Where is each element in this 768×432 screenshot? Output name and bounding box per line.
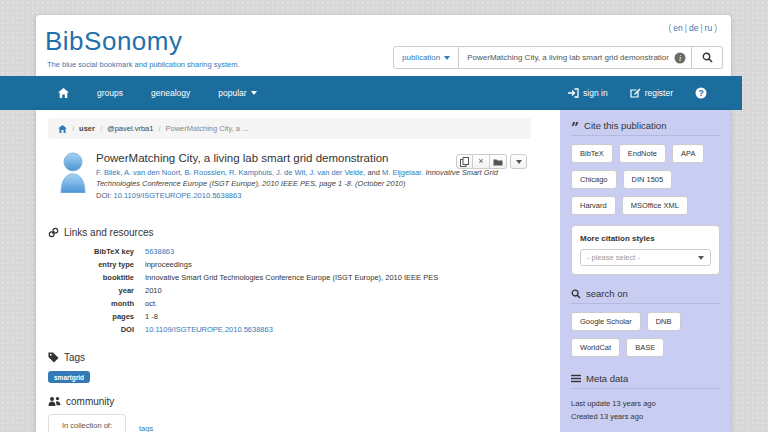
breadcrumb: / user / @pavel.vrba1 / PowerMatching Ci… <box>48 118 531 139</box>
nav-popular[interactable]: popular <box>204 76 270 110</box>
copy-button[interactable] <box>456 154 473 169</box>
search-on-title: search on <box>586 288 628 299</box>
bibtex-key-link[interactable]: 5638863 <box>145 245 174 258</box>
logo[interactable]: BibSonomy <box>45 26 182 57</box>
folder-button[interactable] <box>490 154 507 169</box>
x-icon: × <box>478 157 483 166</box>
tab-tags[interactable]: tags <box>126 418 166 432</box>
nav-help[interactable]: ? <box>684 76 718 110</box>
copy-icon <box>460 157 469 167</box>
bibsonomy-page: BibSonomy The blue social bookmark and p… <box>0 0 768 432</box>
chevron-down-icon <box>516 160 522 164</box>
language-switcher: (en|de|ru) <box>668 23 717 33</box>
table-row: entry type inproceedings <box>48 258 560 271</box>
lang-paren-close: ) <box>714 23 717 33</box>
tags-title: Tags <box>64 352 85 363</box>
author-links[interactable]: F. Bliek, A. van den Noort, B. Roossien,… <box>96 168 365 177</box>
cite-harvard-button[interactable]: Harvard <box>571 196 616 215</box>
cite-chicago-button[interactable]: Chicago <box>571 170 617 189</box>
delete-button[interactable]: × <box>473 154 490 169</box>
last-update-text: Last update 13 years ago <box>571 397 720 410</box>
breadcrumb-separator: / <box>100 124 102 133</box>
tags-heading: Tags <box>48 352 560 363</box>
tag-icon <box>48 352 59 363</box>
cite-endnote-button[interactable]: EndNote <box>619 144 666 163</box>
publication-authors: F. Bliek, A. van den Noort, B. Roossien,… <box>96 168 541 189</box>
nav-groups[interactable]: groups <box>83 76 137 110</box>
lang-en[interactable]: en <box>673 23 682 33</box>
more-citation-styles-box: More citation styles - please select - <box>571 225 720 275</box>
citation-buttons: BibTeX EndNote APA Chicago DIN 1505 Harv… <box>571 144 720 215</box>
community-title: community <box>66 396 114 407</box>
breadcrumb-separator: / <box>158 124 160 133</box>
row-label: booktitle <box>48 271 145 284</box>
row-label: entry type <box>48 258 145 271</box>
tab-in-collection-of[interactable]: In collection of: <box>48 414 126 432</box>
row-label: DOI <box>48 323 145 336</box>
cite-din1505-button[interactable]: DIN 1505 <box>623 170 673 189</box>
users-icon <box>48 396 61 406</box>
table-row: year 2010 <box>48 284 560 297</box>
row-value: 2010 <box>145 284 162 297</box>
cite-apa-button[interactable]: APA <box>672 144 704 163</box>
publication-actions: × <box>456 154 527 169</box>
tag-smartgrid[interactable]: smartgrid <box>48 371 90 383</box>
meta-data-section: Meta data Last update 13 years ago Creat… <box>571 373 720 423</box>
search-input[interactable] <box>459 47 691 68</box>
search-on-buttons: Google Scholar DNB WorldCat BASE <box>571 312 720 357</box>
chevron-down-icon <box>251 91 257 95</box>
lang-ru[interactable]: ru <box>705 23 713 33</box>
nav-home[interactable] <box>44 76 83 110</box>
cite-section: ” Cite this publication BibTeX EndNote A… <box>571 120 720 275</box>
more-actions-button[interactable] <box>510 154 527 169</box>
lang-de[interactable]: de <box>689 23 698 33</box>
chevron-down-icon <box>444 56 450 60</box>
meta-data-title: Meta data <box>586 373 628 384</box>
dnb-button[interactable]: DNB <box>647 312 681 331</box>
content: / user / @pavel.vrba1 / PowerMatching Ci… <box>36 110 731 432</box>
doi-table-link[interactable]: 10.1109/ISGTEUROPE.2010.5638863 <box>145 323 273 336</box>
search-bar: publication i <box>393 46 723 69</box>
community-tabs: In collection of: tags <box>48 414 560 432</box>
created-text: Created 13 years ago <box>571 410 720 423</box>
author-link-last[interactable]: M. Eijgelaar. <box>382 168 423 177</box>
search-scope-dropdown[interactable]: publication <box>393 46 459 69</box>
svg-text:?: ? <box>698 88 703 98</box>
avatar <box>57 152 89 193</box>
citation-style-select[interactable]: - please select - <box>580 249 711 266</box>
search-submit-button[interactable] <box>692 46 723 69</box>
home-icon <box>58 125 67 133</box>
main-navbar: groups genealogy popular sign in registe… <box>0 76 742 110</box>
register-label: register <box>645 88 673 98</box>
doi-link[interactable]: 10.1109/ISGTEUROPE.2010.5638863 <box>114 191 242 200</box>
and-word: and <box>367 168 380 177</box>
nav-genealogy[interactable]: genealogy <box>137 76 204 110</box>
divider <box>571 135 720 136</box>
base-button[interactable]: BASE <box>626 338 664 357</box>
cite-bibtex-button[interactable]: BibTeX <box>571 144 613 163</box>
row-label: year <box>48 284 145 297</box>
search-icon <box>571 289 581 299</box>
breadcrumb-home[interactable] <box>58 125 67 133</box>
more-citation-styles-title: More citation styles <box>580 234 711 243</box>
worldcat-button[interactable]: WorldCat <box>571 338 620 357</box>
cite-msoffice-xml-button[interactable]: MSOffice XML <box>622 196 688 215</box>
link-icon <box>48 227 59 238</box>
table-row: pages 1 -8 <box>48 310 560 323</box>
breadcrumb-owner[interactable]: @pavel.vrba1 <box>107 124 153 133</box>
meta-data-heading: Meta data <box>571 373 720 384</box>
lang-sep: | <box>685 23 687 33</box>
search-icon <box>702 52 713 63</box>
quote-icon: ” <box>571 124 579 132</box>
info-icon[interactable]: i <box>674 52 686 64</box>
nav-sign-in[interactable]: sign in <box>557 76 619 110</box>
search-on-heading: search on <box>571 288 720 299</box>
home-icon <box>58 88 69 98</box>
cite-heading: ” Cite this publication <box>571 120 720 131</box>
nav-register[interactable]: register <box>619 76 684 110</box>
community-heading: community <box>48 396 560 407</box>
google-scholar-button[interactable]: Google Scholar <box>571 312 641 331</box>
breadcrumb-user[interactable]: user <box>79 124 95 133</box>
nav-groups-label: groups <box>97 88 123 98</box>
publication-date: (October 2010) <box>355 179 405 188</box>
